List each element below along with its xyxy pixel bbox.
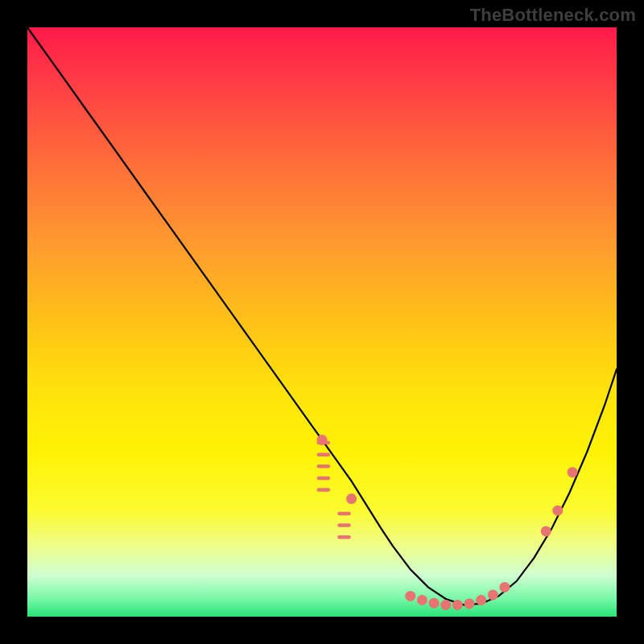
marker-dot <box>464 598 475 609</box>
marker-dot <box>552 506 563 516</box>
marker-dot <box>440 600 451 610</box>
marker-dot <box>346 493 357 504</box>
chart-plot-area <box>27 27 617 617</box>
marker-dot <box>568 467 578 477</box>
marker-dot <box>317 435 328 445</box>
chart-svg <box>27 27 617 617</box>
attribution-text: TheBottleneck.com <box>470 5 636 26</box>
marker-dot <box>488 589 498 600</box>
marker-dot <box>541 526 551 536</box>
marker-dot <box>417 595 427 605</box>
marker-dot <box>476 595 486 605</box>
marker-tick-group-2 <box>340 514 349 537</box>
marker-dot-group <box>317 435 578 610</box>
marker-dot <box>429 598 440 609</box>
marker-tick-group-1 <box>319 443 328 490</box>
marker-dot <box>499 582 510 592</box>
marker-dot <box>452 600 463 610</box>
chart-curve <box>27 27 617 605</box>
marker-dot <box>405 591 415 601</box>
